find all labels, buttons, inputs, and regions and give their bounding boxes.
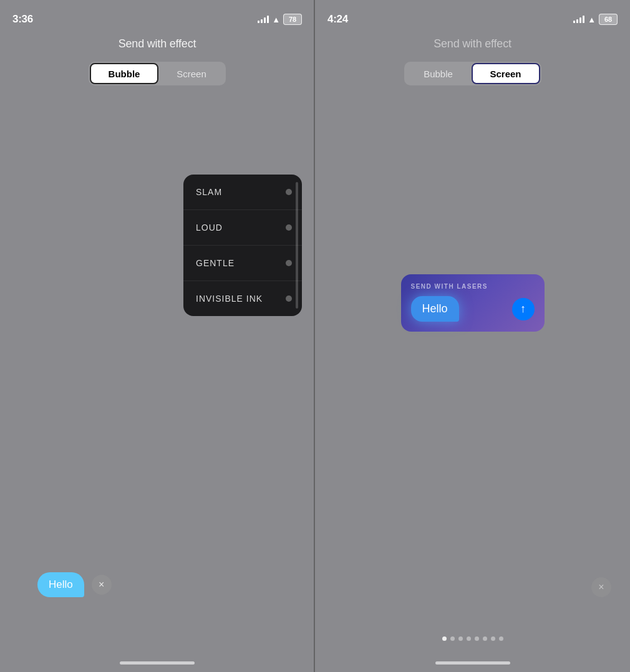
page-dot-4 (467, 636, 471, 641)
right-segmented-control: Bubble Screen (404, 62, 541, 85)
effect-list-container: SLAM LOUD GENTLE INVISIBLE INK (183, 175, 302, 316)
right-send-icon: ↑ (520, 302, 526, 315)
page-dot-7 (491, 636, 495, 641)
right-send-button[interactable]: ↑ (512, 298, 535, 320)
effect-gentle[interactable]: GENTLE (183, 246, 302, 281)
laser-message-row: Hello ↑ (411, 296, 535, 322)
effect-gentle-dot (286, 260, 292, 266)
effect-invisible-ink-label: INVISIBLE INK (196, 294, 263, 304)
left-wifi-icon: ▲ (272, 15, 280, 24)
left-message-bubble: Hello (37, 572, 84, 597)
laser-effect-label: SEND WITH LASERS (411, 283, 535, 290)
left-screen-tab[interactable]: Screen (158, 63, 225, 84)
effect-loud-label: LOUD (196, 223, 223, 233)
page-dot-6 (483, 636, 487, 641)
right-screen-tab[interactable]: Screen (472, 63, 540, 84)
right-close-button[interactable]: × (591, 577, 611, 597)
left-screen: 3:36 ▲ 78 Send with effect Bubble Screen… (0, 0, 315, 672)
effect-loud-dot (286, 224, 292, 231)
effect-list: SLAM LOUD GENTLE INVISIBLE INK (183, 175, 302, 316)
right-battery: 68 (599, 14, 618, 25)
left-status-icons: ▲ 78 (258, 14, 302, 25)
left-segmented-control: Bubble Screen (89, 62, 226, 85)
left-close-button[interactable]: × (92, 575, 112, 595)
right-status-bar: 4:24 ▲ 68 (315, 0, 630, 31)
right-home-indicator (435, 661, 510, 665)
effect-invisible-ink[interactable]: INVISIBLE INK (183, 281, 302, 316)
page-dot-2 (450, 636, 455, 641)
right-screen: 4:24 ▲ 68 Send with effect Bubble Screen… (315, 0, 630, 672)
right-signal-icon (573, 16, 584, 23)
laser-preview-card: SEND WITH LASERS Hello ↑ (401, 274, 545, 332)
left-screen-title: Send with effect (119, 37, 196, 50)
right-status-icons: ▲ 68 (573, 14, 618, 25)
right-screen-title: Send with effect (434, 37, 511, 50)
effect-invisible-ink-dot (286, 295, 292, 302)
page-dot-1 (442, 636, 447, 641)
effect-slam[interactable]: SLAM (183, 175, 302, 210)
left-time: 3:36 (12, 13, 33, 26)
right-time: 4:24 (327, 13, 348, 26)
screen-divider (314, 0, 314, 672)
page-dot-8 (499, 636, 503, 641)
left-home-indicator (120, 661, 195, 665)
right-bubble-tab[interactable]: Bubble (405, 63, 472, 84)
left-battery: 78 (283, 14, 302, 25)
left-status-bar: 3:36 ▲ 78 (0, 0, 314, 31)
left-close-icon: × (99, 579, 104, 590)
left-hello-bubble-area: Hello × (37, 572, 112, 597)
right-message-bubble: Hello (411, 296, 459, 322)
page-dot-5 (475, 636, 479, 641)
effect-gentle-label: GENTLE (196, 258, 235, 268)
page-indicator (442, 636, 503, 641)
left-bubble-tab[interactable]: Bubble (90, 63, 158, 84)
right-wifi-icon: ▲ (588, 15, 596, 24)
effect-loud[interactable]: LOUD (183, 210, 302, 246)
effect-slam-dot (286, 189, 292, 195)
effect-slam-label: SLAM (196, 187, 222, 197)
left-signal-icon (258, 16, 269, 23)
page-dot-3 (458, 636, 463, 641)
right-close-icon: × (598, 582, 604, 593)
